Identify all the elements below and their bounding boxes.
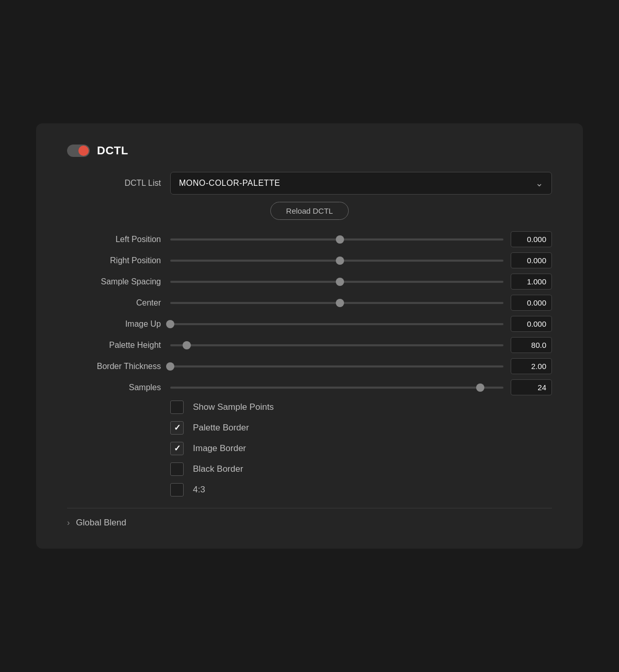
slider-track-center[interactable] — [170, 297, 503, 309]
slider-value-left-position[interactable]: 0.000 — [511, 231, 552, 247]
dropdown-wrapper: MONO-COLOR-PALETTE ⌄ — [170, 172, 552, 195]
dropdown-value: MONO-COLOR-PALETTE — [179, 179, 280, 188]
slider-track-samples[interactable] — [170, 381, 503, 394]
dctl-toggle[interactable] — [67, 145, 90, 157]
global-blend-section[interactable]: › Global Blend — [67, 508, 552, 528]
checkbox-label-palette-border: Palette Border — [193, 423, 249, 433]
slider-label-palette-height: Palette Height — [67, 341, 170, 350]
section-header: DCTL — [67, 144, 552, 157]
dctl-panel: DCTL DCTL List MONO-COLOR-PALETTE ⌄ Relo… — [36, 123, 583, 549]
slider-row-right-position: Right Position0.000 — [67, 252, 552, 268]
slider-row-palette-height: Palette Height80.0 — [67, 337, 552, 353]
slider-thumb-samples[interactable] — [476, 383, 484, 392]
reload-btn-row: Reload DCTL — [67, 202, 552, 220]
slider-track-sample-spacing[interactable] — [170, 276, 503, 288]
checkbox-label-image-border: Image Border — [193, 443, 246, 454]
checkmark-icon: ✓ — [174, 424, 181, 432]
checkbox-row-black-border: Black Border — [170, 462, 552, 476]
slider-value-border-thickness[interactable]: 2.00 — [511, 358, 552, 374]
slider-value-image-up[interactable]: 0.000 — [511, 316, 552, 332]
reload-dctl-button[interactable]: Reload DCTL — [270, 202, 349, 220]
checkbox-palette-border[interactable]: ✓ — [170, 421, 184, 435]
slider-track-right-position[interactable] — [170, 254, 503, 267]
checkbox-label-black-border: Black Border — [193, 464, 243, 474]
slider-label-image-up: Image Up — [67, 319, 170, 329]
slider-value-sample-spacing[interactable]: 1.000 — [511, 274, 552, 290]
section-title: DCTL — [97, 144, 128, 157]
slider-row-sample-spacing: Sample Spacing1.000 — [67, 274, 552, 290]
checkbox-image-border[interactable]: ✓ — [170, 442, 184, 455]
slider-value-palette-height[interactable]: 80.0 — [511, 337, 552, 353]
slider-row-left-position: Left Position0.000 — [67, 231, 552, 247]
slider-row-image-up: Image Up0.000 — [67, 316, 552, 332]
slider-thumb-right-position[interactable] — [336, 257, 344, 265]
slider-label-sample-spacing: Sample Spacing — [67, 277, 170, 286]
slider-row-samples: Samples24 — [67, 379, 552, 395]
slider-track-left-position[interactable] — [170, 233, 503, 246]
slider-track-palette-height[interactable] — [170, 339, 503, 351]
global-blend-label: Global Blend — [76, 518, 126, 528]
checkbox-row-image-border: ✓Image Border — [170, 442, 552, 455]
slider-value-center[interactable]: 0.000 — [511, 295, 552, 311]
slider-thumb-center[interactable] — [336, 299, 344, 307]
checkbox-label-4-3: 4:3 — [193, 485, 205, 495]
checkbox-4-3[interactable] — [170, 483, 184, 497]
slider-label-border-thickness: Border Thickness — [67, 362, 170, 371]
checkbox-row-show-sample-points: Show Sample Points — [170, 401, 552, 414]
slider-track-border-thickness[interactable] — [170, 360, 503, 373]
slider-label-samples: Samples — [67, 383, 170, 392]
chevron-down-icon: ⌄ — [535, 178, 544, 189]
slider-track-image-up[interactable] — [170, 318, 503, 330]
checkbox-show-sample-points[interactable] — [170, 401, 184, 414]
dctl-list-row: DCTL List MONO-COLOR-PALETTE ⌄ — [67, 172, 552, 195]
checkboxes-container: Show Sample Points✓Palette Border✓Image … — [67, 401, 552, 497]
dctl-list-dropdown[interactable]: MONO-COLOR-PALETTE ⌄ — [170, 172, 552, 195]
chevron-right-icon: › — [67, 518, 70, 527]
sliders-container: Left Position0.000Right Position0.000Sam… — [67, 231, 552, 395]
checkbox-black-border[interactable] — [170, 462, 184, 476]
slider-row-center: Center0.000 — [67, 295, 552, 311]
slider-label-right-position: Right Position — [67, 256, 170, 265]
slider-label-left-position: Left Position — [67, 235, 170, 244]
checkmark-icon: ✓ — [174, 444, 181, 453]
slider-value-samples[interactable]: 24 — [511, 379, 552, 395]
checkbox-label-show-sample-points: Show Sample Points — [193, 402, 274, 412]
slider-thumb-border-thickness[interactable] — [166, 362, 174, 371]
slider-thumb-image-up[interactable] — [166, 320, 174, 328]
slider-thumb-left-position[interactable] — [336, 235, 344, 244]
checkbox-row-4-3: 4:3 — [170, 483, 552, 497]
slider-value-right-position[interactable]: 0.000 — [511, 252, 552, 268]
slider-thumb-palette-height[interactable] — [183, 341, 191, 349]
checkbox-row-palette-border: ✓Palette Border — [170, 421, 552, 435]
dctl-list-label: DCTL List — [67, 179, 170, 188]
slider-label-center: Center — [67, 298, 170, 308]
slider-row-border-thickness: Border Thickness2.00 — [67, 358, 552, 374]
slider-thumb-sample-spacing[interactable] — [336, 278, 344, 286]
